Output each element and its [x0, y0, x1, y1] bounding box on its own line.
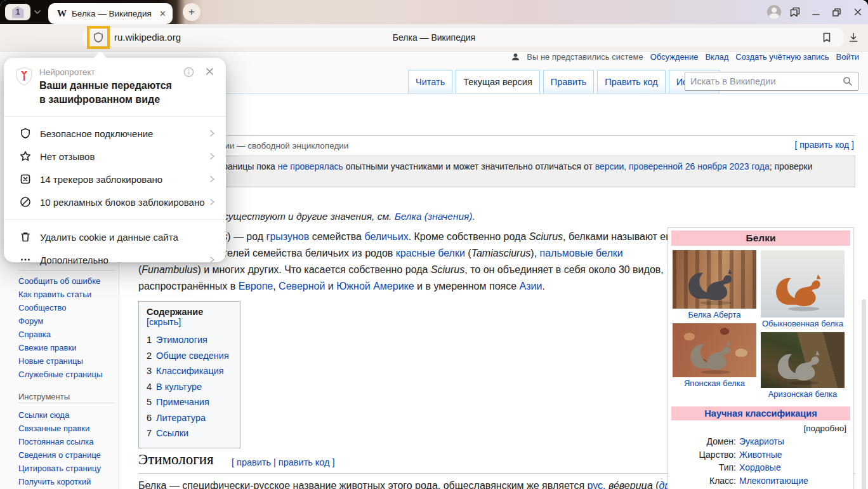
shield-icon: [20, 128, 31, 139]
popup-title: Ваши данные передаютсяв зашифрованном ви…: [39, 79, 172, 107]
sidebar-link[interactable]: Служебные страницы: [18, 370, 102, 379]
personal-bar: Вы не представились системе Обсуждение В…: [511, 52, 859, 62]
tab-read[interactable]: Читать: [408, 70, 452, 93]
divider: [4, 219, 226, 220]
chevron-down-icon[interactable]: [33, 8, 42, 17]
toc-item: 7Ссылки: [147, 425, 232, 441]
browser-tab[interactable]: W Белка — Википедия ✕: [48, 3, 173, 24]
article-title-rule: [138, 135, 855, 136]
toc-item: 2Общие сведения: [147, 348, 232, 364]
adblock-icon: [20, 196, 31, 208]
sidebar-link[interactable]: Получить короткий: [18, 477, 91, 486]
toc-item: 4В культуре: [147, 379, 232, 395]
yandex-protect-icon: [15, 66, 34, 86]
close-window-button[interactable]: [847, 0, 868, 24]
sidebar-link[interactable]: Форум: [18, 316, 44, 326]
squirrel-illustration: [683, 333, 746, 376]
etymology-text: Белка — специфически-русское название жи…: [138, 478, 676, 489]
squirrel-illustration: [771, 262, 834, 316]
squirrel-photo-arizona[interactable]: [761, 332, 845, 388]
chevron-right-icon: [208, 130, 216, 137]
tab-group-count: 1: [12, 6, 24, 18]
downloads-icon[interactable]: [846, 30, 861, 45]
tab-group-badge[interactable]: 1: [5, 4, 30, 20]
popup-item-more[interactable]: Дополнительно: [4, 248, 226, 271]
personal-link-login[interactable]: Войти: [836, 52, 859, 62]
squirrel-photo-japanese[interactable]: [673, 323, 756, 377]
popup-item-secure-connection[interactable]: Безопасное подключение: [4, 122, 226, 145]
popup-item-ads-blocked[interactable]: 10 рекламных блоков заблокировано: [4, 191, 226, 213]
section-edit-links[interactable]: [ править | править код ]: [232, 457, 335, 467]
sidebar-link[interactable]: Ссылки сюда: [18, 410, 69, 420]
photo-caption[interactable]: Обыкновенная белка: [761, 318, 845, 332]
bookmark-icon[interactable]: [819, 30, 834, 45]
sidebar-divider: [18, 403, 115, 403]
sidebar-link[interactable]: Сообщество: [18, 303, 67, 312]
sidebar-link[interactable]: Цитировать страницу: [18, 464, 101, 473]
toc-hide-link[interactable]: [скрыть]: [147, 317, 181, 327]
squirrel-illustration: [771, 342, 834, 387]
classification-details-link[interactable]: [подробно]: [670, 420, 852, 435]
popup-brand: Нейропротект: [39, 67, 95, 77]
chevron-right-icon: [208, 175, 216, 183]
info-icon[interactable]: [183, 67, 194, 77]
squirrel-illustration: [683, 260, 746, 307]
sidebar-link[interactable]: Как править статьи: [18, 290, 91, 299]
tab-edit[interactable]: Править: [543, 70, 595, 93]
sidebar-link[interactable]: Справка: [18, 330, 51, 339]
divider: [4, 116, 226, 117]
taxobox: Белки Белка Аберта Японская белка: [667, 227, 854, 489]
squirrel-photo-aberta[interactable]: [673, 250, 756, 309]
unreviewed-version-notice: Текущая версия страницы пока не проверял…: [138, 156, 855, 187]
search-icon[interactable]: [843, 76, 853, 86]
minimize-button[interactable]: [805, 0, 826, 24]
profile-avatar[interactable]: [763, 0, 784, 24]
personal-link-create-account[interactable]: Создать учётную запись: [735, 52, 829, 62]
popup-item-trackers-blocked[interactable]: 14 трекеров заблокировано: [4, 168, 226, 191]
edit-source-link-top[interactable]: [ править код ]: [795, 140, 855, 150]
tab-current-version[interactable]: Текущая версия: [456, 70, 540, 93]
protect-popup: Нейропротект Ваши данные передаютсяв заш…: [4, 58, 226, 262]
scientific-classification-header: Научная классификация: [671, 406, 850, 420]
chevron-right-icon: [208, 152, 216, 160]
not-logged-in-note: Вы не представились системе: [527, 52, 643, 62]
url-text[interactable]: ru.wikipedia.org: [114, 32, 181, 43]
sidebar-tools-heading: Инструменты: [18, 392, 70, 401]
tracker-blocked-icon: [20, 173, 31, 185]
sidebar-link[interactable]: Сообщить об ошибке: [18, 276, 100, 286]
toc-title: Содержание: [147, 307, 203, 317]
sidebar-link[interactable]: Новые страницы: [18, 356, 83, 366]
popup-close-icon[interactable]: [205, 67, 214, 76]
sidebar-link[interactable]: Связанные правки: [18, 424, 89, 433]
toc-item: 3Классификация: [147, 363, 232, 379]
page-scrollbar[interactable]: [862, 299, 866, 489]
side-panel-icon[interactable]: [784, 0, 805, 24]
tab-close-icon[interactable]: ✕: [159, 9, 166, 18]
photo-caption[interactable]: Белка Аберта: [673, 309, 756, 323]
taxobox-title: Белки: [671, 231, 850, 246]
personal-link-contributions[interactable]: Вклад: [705, 52, 728, 62]
popup-item-reviews[interactable]: Нет отзывов: [4, 145, 226, 168]
restore-button[interactable]: [826, 0, 847, 24]
more-dots-icon: [20, 254, 31, 265]
tab-edit-source[interactable]: Править код: [597, 70, 665, 93]
new-tab-button[interactable]: +: [183, 3, 201, 21]
tab-title: Белка — Википедия: [72, 9, 155, 18]
popup-item-delete-cookies[interactable]: Удалить cookie и данные сайта: [4, 225, 226, 248]
classification-table: Домен:Эукариоты Царство:Животные Тип:Хор…: [670, 435, 852, 489]
sidebar-link[interactable]: Свежие правки: [18, 343, 76, 352]
photo-caption[interactable]: Аризонская белка: [761, 388, 845, 403]
wikipedia-favicon: W: [57, 8, 67, 19]
trash-icon: [20, 231, 31, 243]
sidebar-link[interactable]: Сведения о странице: [18, 450, 101, 460]
wiki-search-box[interactable]: [685, 72, 858, 91]
protect-shield-icon: [93, 32, 104, 43]
tab-strip: 1 W Белка — Википедия ✕ +: [0, 0, 868, 24]
protect-shield-highlight[interactable]: [87, 26, 110, 49]
search-input[interactable]: [685, 76, 843, 86]
sidebar-link[interactable]: Постоянная ссылка: [18, 437, 94, 446]
photo-caption[interactable]: Японская белка: [673, 377, 756, 392]
chevron-right-icon: [208, 198, 216, 206]
personal-link-talk[interactable]: Обсуждение: [650, 52, 699, 62]
squirrel-photo-red[interactable]: [761, 250, 845, 318]
